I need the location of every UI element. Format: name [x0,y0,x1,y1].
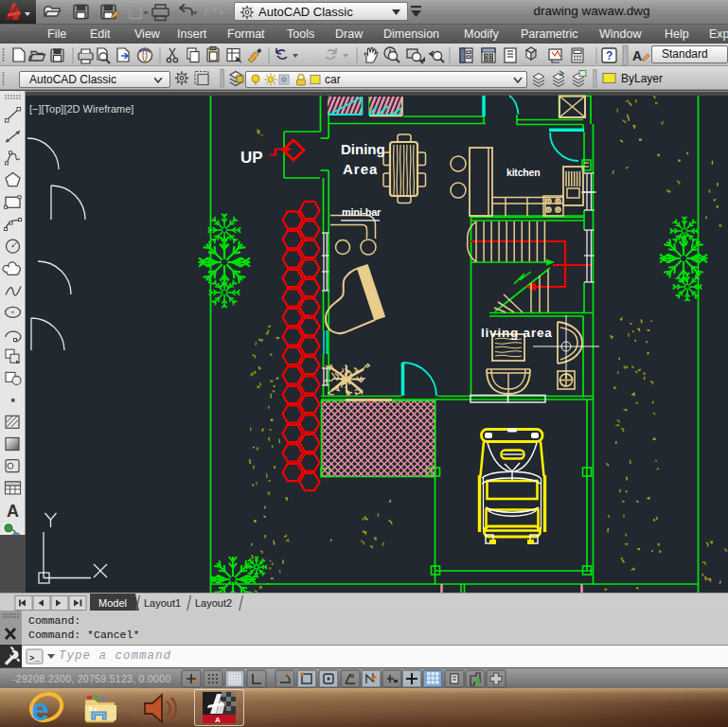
svg-text:e: e [31,691,49,726]
svg-text:car: car [325,73,341,86]
svg-text:living area: living area [481,326,553,340]
svg-text:Dining: Dining [341,141,385,157]
svg-text:[−][Top][2D Wireframe]: [−][Top][2D Wireframe] [29,103,133,115]
svg-text:A: A [7,502,19,521]
svg-text:mini-bar: mini-bar [342,206,382,218]
svg-text:>_: >_ [29,654,40,664]
svg-text:Area: Area [343,161,378,177]
svg-text:Layout1: Layout1 [144,597,181,609]
svg-text:-29208.2300, 20759.5123, 0.000: -29208.2300, 20759.5123, 0.0000 [12,673,171,684]
svg-text:Layout2: Layout2 [195,597,232,609]
svg-text:UP: UP [240,149,263,167]
svg-text:ByLayer: ByLayer [621,72,663,85]
svg-text:A: A [215,716,221,724]
svg-text:?: ? [606,49,613,62]
svg-text:A: A [632,48,642,63]
svg-text:kitchen: kitchen [506,167,540,178]
svg-text:Model: Model [98,597,127,609]
